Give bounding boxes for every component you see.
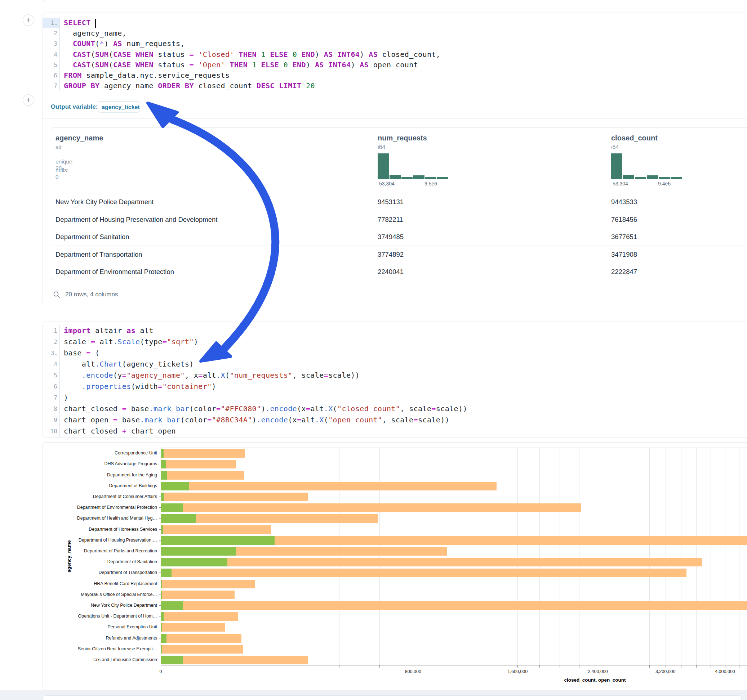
code-line[interactable]: 3⌄base = ( [43,347,747,359]
gridline [540,448,540,665]
table-cell[interactable]: 3677651 [611,233,637,241]
x-axis-label: 3,200,000 [655,669,676,674]
histogram-bar [437,177,448,180]
histogram-bar [425,177,436,180]
y-axis-label: Department of Buildings [109,483,157,488]
y-axis-labels: Correspondence UnitDHS Advantage Program… [43,448,161,665]
line-number: 6 [43,70,59,81]
code-line[interactable]: 2scale = alt.Scale(type="sqrt") [43,336,747,347]
column-histogram [611,153,683,180]
table-cell[interactable]: 3471908 [611,250,637,258]
x-tick [598,665,598,668]
python-code-editor[interactable]: 1import altair as alt2scale = alt.Scale(… [43,325,747,437]
table-row[interactable]: New York City Police Department945313194… [51,193,747,211]
y-axis-label: Department of Parks and Recreation [84,548,157,554]
code-line[interactable]: 4 alt.Chart(agency_tickets) [43,359,747,370]
line-number[interactable]: 1⌄ [43,18,59,28]
table-cell[interactable]: Department of Sanitation [56,233,129,241]
add-cell-button[interactable]: + [23,94,34,106]
y-axis-label: Department of Homeless Services [89,527,157,532]
x-tick [287,665,287,668]
collapse-caret-icon[interactable]: ⌄ [55,352,57,356]
column-type: i64 [378,144,385,151]
closed-count-bar [161,591,234,599]
code-line[interactable]: 7) [43,392,747,403]
x-tick [616,665,616,668]
code-line[interactable]: 1⌄SELECT [43,18,747,28]
closed-count-bar [161,503,581,512]
open-count-bar [161,645,162,653]
x-tick [495,665,495,668]
line-number: 1 [43,325,59,336]
table-cell[interactable]: 9443533 [611,198,637,206]
x-tick [633,665,633,668]
table-row[interactable]: Department of Environmental Protection22… [51,263,747,281]
open-count-bar [161,612,164,621]
y-axis-label: Department for the Aging [107,472,157,477]
x-axis-label: 0 [160,669,162,674]
table-row[interactable]: Department of Sanitation37494853677651 [51,228,747,246]
table-cell[interactable]: 2222847 [611,268,637,276]
closed-count-bar [161,525,271,534]
histogram-bar [390,175,401,180]
code-line[interactable]: 5 .encode(y="agency_name", x=alt.X("num_… [43,370,747,381]
code-line[interactable]: 5 CAST(SUM(CASE WHEN status = 'Open' THE… [43,60,747,70]
line-number[interactable]: 3⌄ [43,347,59,359]
x-tick [665,665,666,668]
y-axis-label: Operations Unit - Department of Hom… [78,614,157,619]
histogram-bar [647,175,658,180]
table-cell[interactable]: Department of Transportation [56,250,142,258]
code-text: agency_name, [59,28,127,39]
code-line[interactable]: 6 .properties(width="container") [43,381,747,392]
y-axis-label: Department of Sanitation [107,559,157,564]
line-number: 5 [43,370,59,381]
line-number: 9 [43,415,59,425]
gridline [559,448,560,665]
table-cell[interactable]: 7618456 [611,216,637,223]
search-icon[interactable] [53,291,60,298]
table-cell[interactable]: Department of Environmental Protection [56,268,174,276]
x-axis-label: 800,000 [405,669,421,674]
collapse-caret-icon[interactable]: ⌄ [55,21,57,26]
code-line[interactable]: 1import altair as alt [43,325,747,336]
code-text: ) [59,392,68,403]
code-text: CAST(SUM(CASE WHEN status = 'Open' THEN … [59,60,418,70]
line-number: 7 [43,392,59,403]
column-title: agency_name [56,134,103,142]
table-cell[interactable]: 9453131 [378,198,404,206]
table-cell[interactable]: New York City Police Department [56,198,154,206]
y-axis-label: Taxi and Limousine Commission [92,657,157,662]
line-number: 8 [43,403,59,415]
code-line[interactable]: 6FROM sample_data.nyc.service_requests [43,70,747,81]
table-cell[interactable]: Department of Housing Preservation and D… [56,216,217,223]
code-line[interactable]: 8chart_closed = base.mark_bar(color="#FF… [43,403,747,415]
open-count-bar [161,471,167,480]
table-cell[interactable]: 7782211 [378,216,403,223]
python-cell: 1import altair as alt2scale = alt.Scale(… [42,321,747,438]
sql-code-editor[interactable]: 1⌄SELECT 2 agency_name,3 COUNT(*) AS num… [43,18,747,91]
add-cell-button[interactable]: + [23,14,34,26]
x-axis-title: closed_count, open_count [564,677,626,683]
gridline [696,448,697,665]
code-line[interactable]: 2 agency_name, [43,28,747,39]
gridline [413,448,413,665]
table-row[interactable]: Department of Housing Preservation and D… [51,211,747,229]
y-axis-label: Refunds and Adjustments [106,635,157,641]
x-tick [517,665,518,668]
table-row[interactable]: Department of Transportation377489234719… [51,246,747,264]
output-variable-input[interactable]: agency_tickets [98,101,140,112]
code-text: .properties(width="container") [59,381,216,392]
table-cell[interactable]: 3749485 [378,233,404,241]
line-number: 10 [43,425,59,437]
code-line[interactable]: 9chart_open = base.mark_bar(color="#8BC3… [43,415,747,425]
table-cell[interactable]: 2240041 [378,268,404,276]
code-line[interactable]: 10chart_closed + chart_open [43,425,747,437]
table-cell[interactable]: 3774892 [378,250,404,258]
code-line[interactable]: 3 COUNT(*) AS num_requests, [43,39,747,49]
open-count-bar [161,591,162,599]
code-line[interactable]: 7GROUP BY agency_name ORDER BY closed_co… [43,81,747,91]
closed-count-bar [161,460,236,468]
code-line[interactable]: 4 CAST(SUM(CASE WHEN status = 'Closed' T… [43,49,747,60]
code-text: scale = alt.Scale(type="sqrt") [59,336,198,347]
column-type: i64 [611,144,619,151]
